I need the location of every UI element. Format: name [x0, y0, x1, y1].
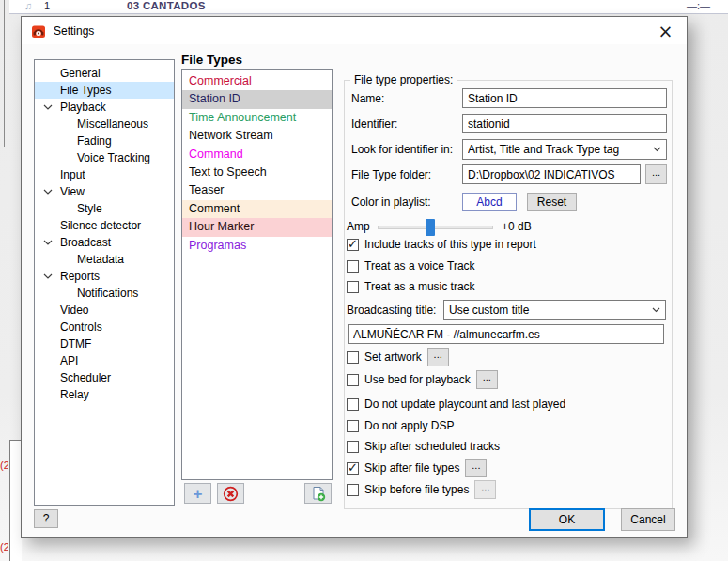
sidebar-item-file-types[interactable]: File Types	[35, 82, 174, 99]
checkbox-icon[interactable]	[347, 260, 359, 273]
broadcasting-title-select[interactable]: Use custom title	[443, 300, 666, 320]
help-button[interactable]: ?	[34, 509, 58, 528]
checkbox-icon[interactable]	[347, 351, 359, 364]
look-for-identifier-label: Look for identifier in:	[351, 143, 453, 156]
chevron-down-icon	[652, 307, 660, 313]
sidebar-item-scheduler[interactable]: Scheduler	[35, 369, 174, 386]
file-type-item-command[interactable]: Command	[182, 146, 332, 164]
checkbox-icon[interactable]	[347, 462, 359, 475]
sidebar-item-reports[interactable]: Reports	[35, 268, 174, 285]
sidebar-item-label: View	[35, 185, 85, 198]
reset-color-button[interactable]: Reset	[527, 193, 577, 211]
checkbox-icon[interactable]	[347, 239, 359, 251]
file-type-item-station-id[interactable]: Station ID	[182, 90, 332, 108]
checkbox-icon[interactable]	[347, 281, 359, 293]
sidebar-item-style[interactable]: Style	[35, 200, 174, 217]
cancel-button[interactable]: Cancel	[621, 508, 675, 531]
sidebar-item-notifications[interactable]: Notifications	[35, 285, 174, 302]
sidebar-item-dtmf[interactable]: DTMF	[35, 335, 174, 352]
checkbox-label: Treat as a voice Track	[364, 259, 475, 273]
checkbox-skip-before-file-types[interactable]: Skip before file types ...	[347, 482, 496, 497]
dialog-titlebar[interactable]: Settings ×	[22, 17, 687, 44]
identifier-input[interactable]	[462, 114, 667, 133]
checkbox-icon[interactable]	[347, 441, 359, 453]
playlist-track-number: 1	[44, 0, 50, 11]
delete-file-type-button[interactable]	[217, 483, 244, 504]
chevron-expanded-icon[interactable]	[43, 273, 53, 279]
file-type-folder-input[interactable]	[462, 164, 641, 184]
look-for-identifier-select[interactable]: Artist, Title and Track Type tag	[462, 139, 667, 160]
checkbox-do-not-update-playcount[interactable]: Do not update playcount and last played	[347, 397, 565, 412]
file-type-item-text-to-speech[interactable]: Text to Speech	[182, 164, 332, 181]
checkbox-skip-after-file-types[interactable]: Skip after file types ...	[347, 460, 487, 475]
sidebar-item-playback[interactable]: Playback	[35, 99, 174, 116]
chevron-down-icon	[653, 147, 661, 152]
checkbox-icon[interactable]	[347, 398, 359, 411]
sidebar-item-label: Video	[35, 304, 88, 317]
checkbox-use-bed-for-playback[interactable]: Use bed for playback ...	[347, 372, 498, 387]
checkbox-label: Treat as a music track	[364, 280, 475, 293]
sidebar-item-broadcast[interactable]: Broadcast	[35, 234, 174, 251]
duplicate-file-type-button[interactable]	[304, 483, 332, 504]
file-type-item-comment[interactable]: Comment	[182, 200, 332, 218]
screen: { "background": { "playlist_row": { "num…	[0, 0, 728, 561]
checkbox-do-not-apply-dsp[interactable]: Do not apply DSP	[347, 418, 454, 433]
sidebar-item-label: Silence detector	[35, 219, 141, 232]
file-type-item-network-stream[interactable]: Network Stream	[182, 127, 332, 145]
sidebar-item-controls[interactable]: Controls	[35, 319, 174, 335]
background-text-fragment: (2	[0, 460, 8, 471]
color-sample-button[interactable]: Abcd	[462, 193, 517, 211]
sidebar-item-voice-tracking[interactable]: Voice Tracking	[35, 149, 174, 166]
chevron-expanded-icon[interactable]	[43, 189, 53, 195]
sidebar-item-api[interactable]: API	[35, 352, 174, 369]
sidebar-item-silence-detector[interactable]: Silence detector	[35, 217, 174, 234]
checkbox-set-artwork[interactable]: Set artwork ...	[347, 350, 449, 365]
browse-folder-button[interactable]: ...	[645, 164, 667, 184]
close-icon[interactable]: ×	[644, 17, 687, 44]
background-panel-divider	[4, 0, 5, 147]
sidebar-item-label: Notifications	[35, 287, 138, 300]
checkbox-treat-as-music-track[interactable]: Treat as a music track	[347, 279, 475, 294]
plus-icon: +	[194, 486, 203, 502]
look-for-identifier-value: Artist, Title and Track Type tag	[468, 143, 653, 156]
settings-app-icon	[31, 23, 46, 39]
sidebar-item-video[interactable]: Video	[35, 302, 174, 319]
sidebar-item-view[interactable]: View	[35, 183, 174, 200]
name-input[interactable]	[462, 88, 667, 108]
file-type-item-commercial[interactable]: Commercial	[182, 72, 332, 90]
sidebar-item-miscellaneous[interactable]: Miscellaneous	[35, 116, 174, 132]
file-type-item-time-announcement[interactable]: Time Announcement	[182, 109, 332, 127]
add-file-type-button[interactable]: +	[184, 483, 211, 504]
music-note-icon: ♫	[24, 0, 32, 11]
name-label: Name:	[351, 92, 384, 105]
amp-slider-track[interactable]	[378, 226, 493, 229]
file-type-item-teaser[interactable]: Teaser	[182, 181, 332, 199]
checkbox-label: Skip after file types	[364, 461, 459, 475]
sidebar-item-relay[interactable]: Relay	[35, 386, 174, 403]
file-type-item-hour-marker[interactable]: Hour Marker	[182, 218, 332, 236]
custom-title-input[interactable]	[348, 324, 664, 344]
sidebar-item-metadata[interactable]: Metadata	[35, 251, 174, 268]
checkbox-include-tracks-in-report[interactable]: Include tracks of this type in report	[347, 237, 536, 252]
delete-icon	[223, 486, 239, 502]
sidebar-item-fading[interactable]: Fading	[35, 132, 174, 149]
browse-bed-button[interactable]: ...	[476, 370, 498, 389]
checkbox-icon[interactable]	[347, 420, 359, 432]
checkbox-treat-as-voice-track[interactable]: Treat as a voice Track	[347, 258, 475, 273]
checkbox-icon[interactable]	[347, 484, 359, 496]
sidebar-item-label: Controls	[35, 320, 102, 334]
browse-skip-after-button[interactable]: ...	[465, 459, 487, 477]
amp-slider-handle[interactable]	[426, 219, 435, 236]
checkbox-label: Do not update playcount and last played	[364, 397, 565, 411]
checkbox-icon[interactable]	[347, 374, 359, 386]
ok-button[interactable]: OK	[529, 508, 605, 531]
browse-artwork-button[interactable]: ...	[427, 348, 449, 366]
duplicate-icon	[311, 486, 326, 502]
sidebar-item-input[interactable]: Input	[35, 166, 174, 183]
broadcasting-title-label: Broadcasting title:	[347, 304, 436, 317]
chevron-expanded-icon[interactable]	[43, 240, 53, 245]
sidebar-item-general[interactable]: General	[35, 65, 174, 82]
chevron-expanded-icon[interactable]	[43, 104, 53, 110]
file-type-item-programas[interactable]: Programas	[182, 237, 332, 255]
checkbox-skip-after-scheduled-tracks[interactable]: Skip after scheduled tracks	[347, 439, 500, 454]
